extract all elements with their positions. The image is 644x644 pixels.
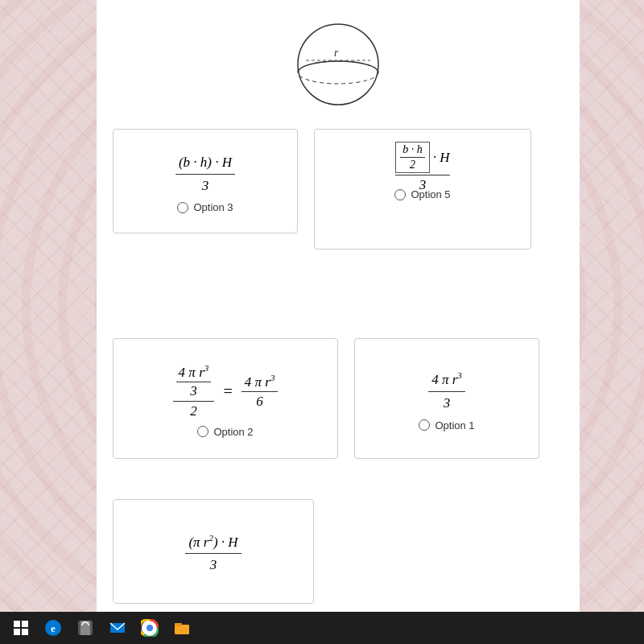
edge-browser-button[interactable]: e xyxy=(39,613,68,642)
chrome-button[interactable] xyxy=(135,613,164,642)
option2-radio[interactable] xyxy=(197,426,208,437)
svg-rect-6 xyxy=(14,629,20,635)
option1-formula: 4 π r3 3 xyxy=(428,369,465,412)
svg-rect-7 xyxy=(22,629,28,635)
option2-card: 4 π r3 3 2 = 4 π r3 6 Option 2 xyxy=(113,338,338,459)
option2-formula: 4 π r3 3 2 = 4 π r3 6 xyxy=(173,363,279,419)
option4-card: (π r2) · H 3 xyxy=(113,499,314,604)
svg-text:e: e xyxy=(51,622,56,634)
svg-rect-4 xyxy=(14,621,20,627)
sphere-diagram: r xyxy=(290,16,386,113)
store-button[interactable] xyxy=(71,613,100,642)
option3-label: Option 3 xyxy=(193,201,233,213)
file-explorer-button[interactable] xyxy=(167,613,196,642)
option4-formula: (π r2) · H 3 xyxy=(185,532,241,575)
option2-label: Option 2 xyxy=(213,426,253,438)
taskbar: e xyxy=(0,612,644,644)
svg-rect-16 xyxy=(175,623,182,626)
option1-radio[interactable] xyxy=(419,419,430,431)
option3-card: (b · h) · H 3 Option 3 xyxy=(113,129,298,233)
svg-rect-5 xyxy=(22,621,28,627)
main-content: r (b · h) · H 3 Option 3 b · h 2 xyxy=(97,0,580,644)
option3-formula: (b · h) · H 3 xyxy=(175,153,235,196)
option3-radio[interactable] xyxy=(177,202,188,213)
svg-point-14 xyxy=(147,625,153,631)
option1-card: 4 π r3 3 Option 1 xyxy=(354,338,539,459)
option5-card: b · h 2 · H x 3 b · h 2 xyxy=(314,129,531,250)
mail-button[interactable] xyxy=(103,613,132,642)
option1-label: Option 1 xyxy=(435,419,474,431)
windows-start-button[interactable] xyxy=(6,613,35,642)
svg-text:r: r xyxy=(334,47,339,59)
